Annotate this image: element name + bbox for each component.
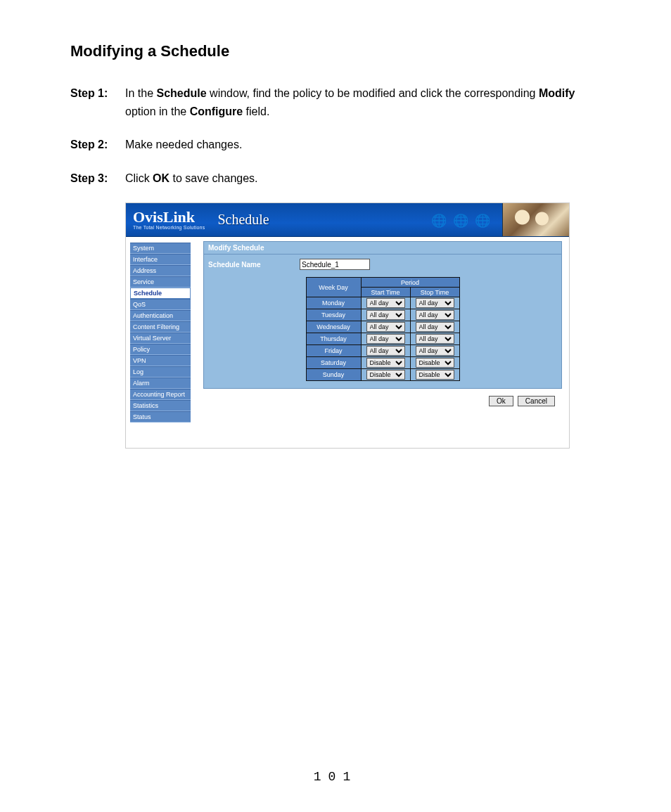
start-time-select[interactable]: All day: [366, 334, 405, 344]
bold: Configure: [190, 105, 243, 117]
day-label: Monday: [306, 297, 361, 309]
sidebar-item-statistics[interactable]: Statistics: [130, 400, 191, 411]
sidebar-item-interface[interactable]: Interface: [130, 254, 191, 265]
table-row: TuesdayAll dayAll day: [306, 309, 459, 321]
stop-time-select[interactable]: Disable: [416, 370, 454, 380]
step-2: Step 2: Make needed changes.: [70, 136, 601, 154]
start-time-select[interactable]: All day: [366, 310, 405, 320]
sidebar-item-accounting-report[interactable]: Accounting Report: [130, 389, 191, 400]
stop-time-select[interactable]: All day: [416, 334, 454, 344]
col-weekday: Week Day: [306, 278, 361, 297]
start-cell: All day: [361, 321, 410, 333]
col-stop: Stop Time: [410, 288, 459, 297]
banner-photo: [502, 203, 569, 237]
sidebar-item-address[interactable]: Address: [130, 265, 191, 276]
logo-sub: The Total Networking Solutions: [133, 225, 205, 230]
stop-cell: Disable: [410, 369, 459, 381]
stop-cell: All day: [410, 309, 459, 321]
sidebar-item-log[interactable]: Log: [130, 366, 191, 378]
sidebar-item-qos[interactable]: QoS: [130, 299, 191, 310]
main-panel: Modify Schedule Schedule Name Week Day P…: [196, 237, 569, 448]
button-row: Ok Cancel: [203, 389, 562, 427]
step-2-label: Step 2:: [70, 136, 125, 154]
text: to save changes.: [170, 172, 257, 184]
screenshot-figure: OvisLink The Total Networking Solutions …: [125, 202, 570, 449]
step-2-body: Make needed changes.: [125, 136, 601, 154]
page-number: 101: [0, 770, 671, 784]
start-cell: All day: [361, 297, 410, 309]
logo-text: OvisLink: [133, 210, 205, 225]
schedule-name-input[interactable]: [300, 259, 370, 270]
day-label: Thursday: [306, 333, 361, 345]
text: field.: [243, 105, 269, 117]
day-label: Wednesday: [306, 321, 361, 333]
start-cell: Disable: [361, 357, 410, 369]
stop-time-select[interactable]: Disable: [416, 358, 454, 368]
step-1: Step 1: In the Schedule window, find the…: [70, 84, 601, 120]
stop-time-select[interactable]: All day: [416, 322, 454, 332]
start-cell: All day: [361, 309, 410, 321]
step-1-label: Step 1:: [70, 84, 125, 120]
start-time-select[interactable]: All day: [366, 346, 405, 356]
panel-header: Modify Schedule: [204, 242, 561, 254]
step-3-body: Click OK to save changes.: [125, 169, 601, 188]
step-3-label: Step 3:: [70, 169, 125, 188]
start-time-select[interactable]: All day: [366, 298, 405, 308]
day-label: Sunday: [306, 369, 361, 381]
start-time-select[interactable]: Disable: [366, 358, 405, 368]
globe-icon: 🌐 🌐 🌐: [431, 213, 492, 228]
text: Click: [125, 172, 153, 184]
sidebar-item-status[interactable]: Status: [130, 411, 191, 423]
table-row: SundayDisableDisable: [306, 369, 459, 381]
start-time-select[interactable]: Disable: [366, 370, 405, 380]
stop-time-select[interactable]: All day: [416, 310, 454, 320]
start-time-select[interactable]: All day: [366, 322, 405, 332]
schedule-name-row: Schedule Name: [204, 254, 561, 277]
start-cell: Disable: [361, 369, 410, 381]
sidebar-item-schedule[interactable]: Schedule: [130, 288, 191, 299]
sidebar: SystemInterfaceAddressServiceScheduleQoS…: [126, 237, 196, 448]
page-title: Modifying a Schedule: [70, 42, 601, 60]
sidebar-item-content-filtering[interactable]: Content Filtering: [130, 321, 191, 333]
stop-cell: All day: [410, 345, 459, 357]
day-label: Friday: [306, 345, 361, 357]
logo-block: OvisLink The Total Networking Solutions: [126, 210, 205, 230]
sidebar-item-service[interactable]: Service: [130, 276, 191, 288]
stop-time-select[interactable]: All day: [416, 346, 454, 356]
schedule-name-label: Schedule Name: [208, 261, 300, 269]
stop-cell: All day: [410, 321, 459, 333]
table-row: WednesdayAll dayAll day: [306, 321, 459, 333]
step-1-body: In the Schedule window, find the policy …: [125, 84, 601, 120]
text: window, find the policy to be modified a…: [207, 87, 539, 99]
bold: Schedule: [156, 87, 206, 99]
bold: Modify: [539, 87, 575, 99]
stop-cell: All day: [410, 333, 459, 345]
text: In the: [125, 87, 156, 99]
sidebar-item-policy[interactable]: Policy: [130, 344, 191, 355]
table-row: FridayAll dayAll day: [306, 345, 459, 357]
stop-time-select[interactable]: All day: [416, 298, 454, 308]
sidebar-item-vpn[interactable]: VPN: [130, 355, 191, 366]
cancel-button[interactable]: Cancel: [518, 396, 555, 406]
banner-section: Schedule: [217, 212, 269, 228]
day-label: Tuesday: [306, 309, 361, 321]
bold: OK: [153, 172, 170, 184]
step-3: Step 3: Click OK to save changes.: [70, 169, 601, 188]
day-label: Saturday: [306, 357, 361, 369]
app-banner: OvisLink The Total Networking Solutions …: [126, 203, 569, 237]
stop-cell: All day: [410, 297, 459, 309]
col-start: Start Time: [361, 288, 410, 297]
table-row: MondayAll dayAll day: [306, 297, 459, 309]
ok-button[interactable]: Ok: [489, 396, 513, 406]
start-cell: All day: [361, 333, 410, 345]
col-period: Period: [361, 278, 459, 288]
sidebar-item-virtual-server[interactable]: Virtual Server: [130, 333, 191, 344]
table-row: SaturdayDisableDisable: [306, 357, 459, 369]
sidebar-item-alarm[interactable]: Alarm: [130, 378, 191, 389]
stop-cell: Disable: [410, 357, 459, 369]
sidebar-item-authentication[interactable]: Authentication: [130, 310, 191, 321]
start-cell: All day: [361, 345, 410, 357]
modify-schedule-panel: Modify Schedule Schedule Name Week Day P…: [203, 241, 562, 389]
sidebar-item-system[interactable]: System: [130, 243, 191, 254]
table-row: ThursdayAll dayAll day: [306, 333, 459, 345]
